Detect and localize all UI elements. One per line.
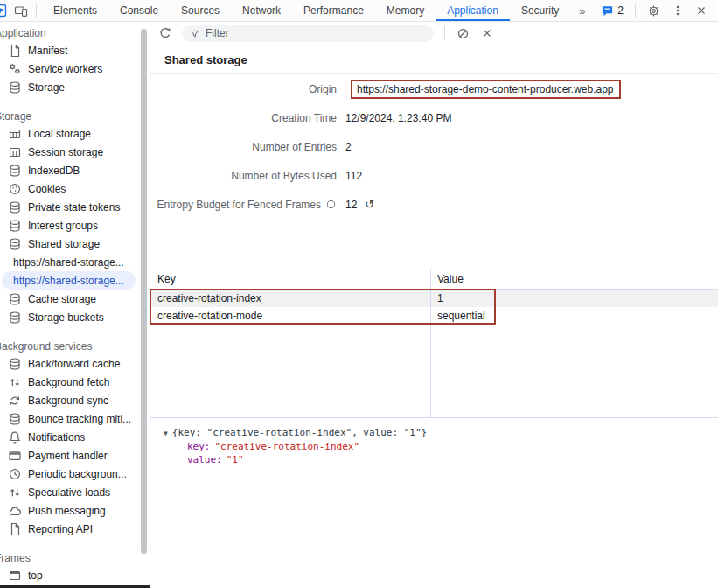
tab-console[interactable]: Console bbox=[108, 0, 170, 21]
sidebar-item-label: Background sync bbox=[28, 395, 108, 407]
database-icon bbox=[8, 200, 22, 214]
sidebar-item-cache-storage[interactable]: Cache storage bbox=[0, 290, 150, 308]
sidebar-item-background-fetch[interactable]: Background fetch bbox=[0, 373, 150, 391]
sidebar-item-background-sync[interactable]: Background sync bbox=[0, 391, 150, 410]
sidebar-item-private-state-tokens[interactable]: Private state tokens bbox=[0, 198, 150, 216]
section-header-frames: Frames bbox=[0, 550, 150, 566]
cell-key: creative-rotation-index bbox=[150, 292, 430, 304]
tab-performance[interactable]: Performance bbox=[292, 0, 375, 21]
sidebar-item-cookies[interactable]: Cookies bbox=[0, 179, 150, 198]
database-icon bbox=[8, 80, 22, 94]
more-tabs-chevron-icon[interactable]: » bbox=[570, 0, 594, 21]
sidebar-item-shared-storage[interactable]: Shared storage bbox=[0, 234, 150, 253]
sidebar-item-storage[interactable]: Storage bbox=[0, 78, 150, 96]
sidebar-item-storage-buckets[interactable]: Storage buckets bbox=[0, 308, 150, 326]
reset-undo-icon[interactable]: ↺ bbox=[365, 199, 374, 210]
sidebar-item-label: Payment handler bbox=[28, 450, 108, 462]
field-label: Number of Entries bbox=[150, 141, 337, 153]
devtools-tab-bar: Elements Console Sources Network Perform… bbox=[0, 0, 718, 22]
origin-annotation-box: https://shared-storage-demo-content-prod… bbox=[351, 80, 621, 99]
tab-application[interactable]: Application bbox=[436, 0, 510, 21]
sidebar-item-periodic-background-sync[interactable]: Periodic backgroun... bbox=[0, 465, 150, 483]
database-icon bbox=[8, 357, 22, 371]
property-value: "1" bbox=[227, 454, 244, 466]
sidebar-item-speculative-loads[interactable]: Speculative loads bbox=[0, 483, 150, 501]
issues-count: 2 bbox=[617, 4, 624, 17]
sidebar-item-top-frame[interactable]: top bbox=[0, 566, 150, 584]
sidebar-item-manifest[interactable]: Manifest bbox=[0, 41, 150, 60]
filter-input[interactable] bbox=[206, 27, 427, 39]
sidebar-item-shared-storage-origin-2-selected[interactable]: https://shared-storage... bbox=[2, 271, 136, 290]
divider bbox=[635, 4, 636, 18]
tab-security[interactable]: Security bbox=[510, 0, 570, 21]
divider bbox=[444, 26, 445, 40]
sidebar-item-indexeddb[interactable]: IndexedDB bbox=[0, 161, 150, 179]
sidebar-item-label: Back/forward cache bbox=[28, 358, 120, 370]
grid-icon bbox=[8, 145, 22, 159]
clear-close-icon[interactable] bbox=[481, 27, 493, 39]
entry-preview-pane: ▼ {key: "creative-rotation-index", value… bbox=[150, 418, 718, 588]
sidebar-item-bounce-tracking[interactable]: Bounce tracking miti... bbox=[0, 410, 150, 428]
block-icon[interactable] bbox=[457, 27, 470, 40]
sidebar-item-back-forward-cache[interactable]: Back/forward cache bbox=[0, 354, 150, 373]
sidebar-item-label: Manifest bbox=[28, 45, 67, 57]
info-icon[interactable] bbox=[325, 199, 337, 210]
updown-arrows-icon bbox=[8, 375, 22, 389]
tab-network[interactable]: Network bbox=[231, 0, 292, 21]
application-sidebar: Application Manifest Service workers Sto… bbox=[0, 22, 150, 588]
sidebar-item-label: https://shared-storage... bbox=[13, 275, 124, 287]
tab-elements[interactable]: Elements bbox=[42, 0, 108, 21]
sidebar-item-local-storage[interactable]: Local storage bbox=[0, 124, 150, 143]
settings-gear-icon[interactable] bbox=[647, 4, 660, 18]
kebab-menu-icon[interactable] bbox=[672, 4, 684, 17]
sidebar-scrollbar[interactable] bbox=[141, 29, 147, 554]
sidebar-item-notifications[interactable]: Notifications bbox=[0, 428, 150, 446]
clock-icon bbox=[8, 467, 22, 481]
table-row[interactable]: creative-rotation-index 1 bbox=[150, 290, 718, 307]
device-toolbar-icon[interactable] bbox=[14, 4, 28, 18]
sidebar-item-label: Notifications bbox=[28, 431, 85, 444]
database-icon bbox=[8, 412, 22, 426]
close-icon[interactable] bbox=[695, 4, 708, 17]
sidebar-item-shared-storage-origin-1[interactable]: https://shared-storage... bbox=[0, 253, 150, 271]
sidebar-item-payment-handler[interactable]: Payment handler bbox=[0, 446, 150, 465]
sidebar-item-label: Local storage bbox=[28, 128, 91, 140]
column-divider[interactable] bbox=[430, 270, 431, 417]
column-header-value[interactable]: Value bbox=[430, 273, 464, 285]
property-value: "creative-rotation-index" bbox=[215, 441, 360, 452]
cell-value: sequential bbox=[430, 310, 485, 322]
grid-icon bbox=[8, 127, 22, 141]
tab-memory[interactable]: Memory bbox=[375, 0, 436, 21]
cookie-icon bbox=[8, 182, 22, 196]
sidebar-item-interest-groups[interactable]: Interest groups bbox=[0, 216, 150, 234]
issues-button[interactable]: 2 bbox=[601, 4, 624, 18]
column-header-key[interactable]: Key bbox=[150, 273, 430, 285]
gears-icon bbox=[8, 62, 22, 76]
bell-icon bbox=[8, 430, 22, 444]
field-entropy-budget: Entropy Budget for Fenced Frames 12↺ bbox=[150, 190, 718, 219]
expand-caret-icon[interactable]: ▼ bbox=[164, 427, 168, 440]
creation-time-value: 12/9/2024, 1:23:40 PM bbox=[345, 112, 451, 124]
page-title: Shared storage bbox=[164, 53, 247, 66]
sidebar-item-label: Storage buckets bbox=[28, 312, 104, 324]
file-icon bbox=[8, 522, 22, 536]
sidebar-item-service-workers[interactable]: Service workers bbox=[0, 60, 150, 78]
refresh-icon[interactable] bbox=[158, 26, 172, 40]
sidebar-item-label: Speculative loads bbox=[28, 486, 110, 499]
inspect-icon[interactable] bbox=[0, 2, 9, 19]
sidebar-item-session-storage[interactable]: Session storage bbox=[0, 143, 150, 161]
table-row[interactable]: creative-rotation-mode sequential bbox=[150, 307, 718, 325]
sidebar-item-push-messaging[interactable]: Push messaging bbox=[0, 501, 150, 520]
issues-bubble-icon bbox=[601, 4, 614, 18]
bytes-value: 112 bbox=[345, 170, 362, 182]
filter-box[interactable] bbox=[182, 25, 434, 42]
property-name: key: bbox=[187, 441, 211, 452]
entries-value: 2 bbox=[345, 141, 352, 153]
sidebar-item-reporting-api[interactable]: Reporting API bbox=[0, 520, 150, 538]
object-property: value:"1" bbox=[187, 453, 718, 466]
field-label: Origin bbox=[150, 83, 337, 95]
cell-value: 1 bbox=[430, 292, 443, 304]
tab-sources[interactable]: Sources bbox=[170, 0, 231, 21]
sidebar-item-label: Session storage bbox=[28, 146, 103, 158]
field-number-of-bytes: Number of Bytes Used 112 bbox=[150, 161, 718, 190]
